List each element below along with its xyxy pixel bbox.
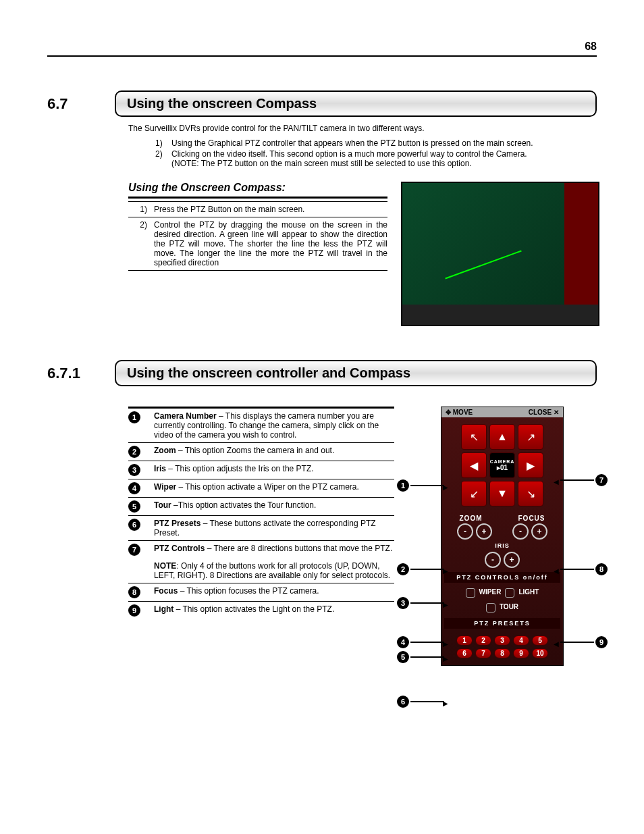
light-checkbox[interactable] [505,588,514,598]
feature-text: Light – This option activates the Light … [154,604,394,617]
feature-row: 1Camera Number – This displays the camer… [128,407,394,442]
preset-grid: 12345678910 [441,631,563,665]
section-6-7-header: 6.7 Using the onscreen Compass [47,90,597,117]
callout-badge: 8 [595,563,608,575]
feature-text: Focus – This option focuses the PTZ came… [154,586,394,598]
light-label: LIGHT [518,588,539,598]
subheading-onscreen-compass: Using the Onscreen Compass: [128,182,387,194]
section1-list: 1)Using the Graphical PTZ controller tha… [155,138,556,168]
section1-intro: The Surveillix DVRs provide control for … [128,124,597,133]
zoom-in-button[interactable]: + [476,523,492,540]
callout-badge: 3 [397,597,409,609]
section-number-2: 6.7.1 [47,365,115,382]
feature-row: 9Light – This option activates the Light… [128,601,394,619]
section-6-7-1-header: 6.7.1 Using the onscreen controller and … [47,360,597,386]
dir-up-left[interactable]: ↖ [461,424,487,450]
callout-5: 5 [397,651,444,663]
direction-pad: ↖ ▲ ↗ ◀ CAMERA ▸01 ▶ ↙ ▼ ↘ [441,417,563,511]
feature-number-badge: 9 [128,604,140,617]
close-button[interactable]: CLOSE ✕ [529,409,559,416]
zoom-label: ZOOM [460,515,483,522]
focus-label: FOCUS [518,515,545,522]
preset-button-2[interactable]: 2 [475,635,491,646]
wiper-checkbox[interactable] [466,588,475,598]
callout-4: 4 [397,636,444,648]
feature-number-badge: 5 [128,500,140,513]
callout-badge: 5 [397,651,409,663]
controller-column: 123456 789 ✥ MOVE CLOSE ✕ ↖ ▲ ↗ ◀ CAMERA… [408,407,597,666]
compass-screenshot [401,182,599,326]
ptz-controls-toggle[interactable]: PTZ CONTROLS on/off [444,572,560,583]
section-title-2: Using the onscreen controller and Compas… [115,360,597,386]
focus-in-button[interactable]: + [531,523,547,540]
callout-8: 8 [560,563,608,575]
iris-open-button[interactable]: + [504,552,520,568]
feature-number-badge: 6 [128,519,140,531]
preset-button-8[interactable]: 8 [494,648,510,658]
callout-badge: 6 [397,696,409,708]
dir-up[interactable]: ▲ [489,424,515,450]
feature-row: 3Iris – This option adjusts the Iris on … [128,461,394,479]
dir-left[interactable]: ◀ [461,452,487,478]
feature-row: 4Wiper – This option activate a Wiper on… [128,479,394,497]
feature-text: Zoom – This option Zooms the camera in a… [154,446,394,458]
preset-button-7[interactable]: 7 [475,648,491,658]
feature-number-badge: 7 [128,544,140,556]
dir-down[interactable]: ▼ [489,481,515,506]
feature-row: 8Focus – This option focuses the PTZ cam… [128,583,394,601]
feature-number-badge: 1 [128,411,140,423]
list-item-1: Using the Graphical PTZ controller that … [171,138,533,148]
preset-button-6[interactable]: 6 [456,648,473,658]
step-2: Control the PTZ by dragging the mouse on… [154,220,387,267]
feature-list: 1Camera Number – This displays the camer… [128,407,394,666]
preset-button-4[interactable]: 4 [513,635,529,646]
feature-text: Camera Number – This displays the camera… [154,411,394,440]
preset-button-3[interactable]: 3 [494,635,510,646]
focus-out-button[interactable]: - [512,523,529,540]
iris-close-button[interactable]: - [485,552,501,568]
ptz-controller-panel: ✥ MOVE CLOSE ✕ ↖ ▲ ↗ ◀ CAMERA ▸01 ▶ ↙ ▼ … [441,407,564,666]
feature-number-badge: 8 [128,586,140,598]
feature-row: 7PTZ Controls – There are 8 directions b… [128,540,394,558]
camera-number-display[interactable]: CAMERA ▸01 [489,452,515,478]
list-item-2: Clicking on the video itself. This secon… [171,149,556,168]
move-label[interactable]: ✥ MOVE [446,409,473,416]
feature-number-badge: 2 [128,446,140,458]
dir-right[interactable]: ▶ [518,452,543,478]
page-number: 68 [47,41,597,57]
feature-text: Tour –This option activates the Tour fun… [154,500,394,513]
preset-button-10[interactable]: 10 [532,648,548,658]
dir-up-right[interactable]: ↗ [518,424,543,450]
callout-2: 2 [397,563,444,575]
presets-label: PTZ PRESETS [444,618,560,629]
tour-label: TOUR [500,603,518,613]
divider [128,197,387,199]
dir-down-right[interactable]: ↘ [518,481,543,506]
preset-button-5[interactable]: 5 [532,635,548,646]
feature-row: 5Tour –This option activates the Tour fu… [128,497,394,515]
dir-down-left[interactable]: ↙ [461,481,487,506]
zoom-out-button[interactable]: - [457,523,473,540]
feature-row: 2Zoom – This option Zooms the camera in … [128,442,394,461]
feature-text: Iris – This option adjusts the Iris on t… [154,464,394,476]
callout-badge: 1 [397,479,409,492]
section-number: 6.7 [47,95,115,113]
steps-list: 1)Press the PTZ Button on the main scree… [128,201,387,271]
preset-button-1[interactable]: 1 [456,635,473,646]
feature-text: PTZ Controls – There are 8 directions bu… [154,544,394,556]
iris-label: IRIS [441,541,563,550]
callout-6: 6 [397,696,444,708]
feature-number-badge: 3 [128,464,140,476]
callout-badge: 4 [397,636,409,648]
feature-text: NOTE: Only 4 of the buttons work for all… [154,561,394,580]
callout-9: 9 [560,636,608,648]
callout-badge: 2 [397,563,409,575]
feature-number-badge: 4 [128,482,140,494]
step-1: Press the PTZ Button on the main screen. [154,205,387,214]
section-title: Using the onscreen Compass [115,90,597,117]
callout-1: 1 [397,479,444,492]
preset-button-9[interactable]: 9 [513,648,529,658]
wiper-label: WIPER [479,588,502,598]
tour-checkbox[interactable] [486,603,495,613]
feature-text: PTZ Presets – These buttons activate the… [154,519,394,538]
